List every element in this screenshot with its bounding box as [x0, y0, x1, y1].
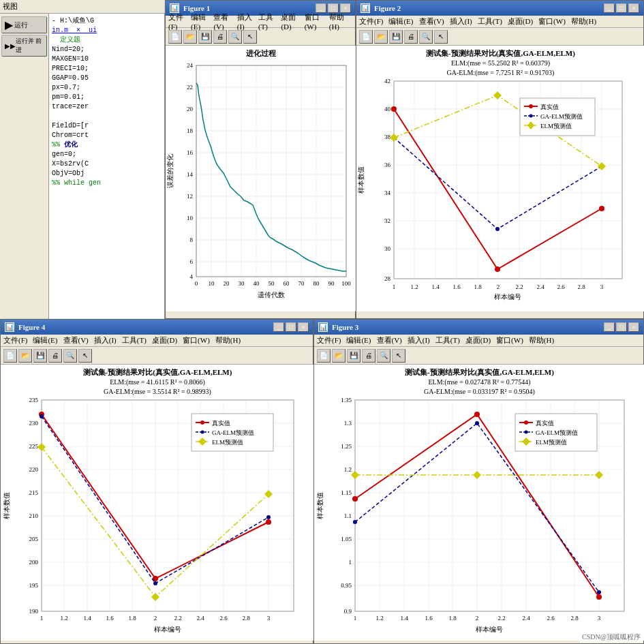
fig2-menu-help[interactable]: 帮助(H) — [571, 16, 596, 27]
fig4-menu-tools[interactable]: 工具(T) — [122, 335, 147, 346]
fig2-tb-cursor[interactable]: ↖ — [434, 30, 448, 44]
figure2-toolbar: 📄 📂 💾 🖨 🔍 ↖ — [356, 28, 643, 46]
svg-text:225: 225 — [29, 443, 39, 450]
fig1-menu-insert[interactable]: 插入(I) — [237, 12, 253, 31]
figure2-maximize[interactable]: □ — [616, 3, 627, 13]
svg-text:样本编号: 样本编号 — [154, 626, 181, 633]
fig2-menu-insert[interactable]: 插入(I) — [450, 16, 472, 27]
figure2-close[interactable]: × — [628, 3, 639, 13]
figure4-maximize[interactable]: □ — [286, 322, 296, 332]
fig3-tb-save[interactable]: 💾 — [347, 349, 361, 363]
figure3-close[interactable]: × — [628, 322, 639, 332]
fig2-menu-window[interactable]: 窗口(W) — [538, 16, 566, 27]
fig4-tb-save[interactable]: 💾 — [33, 349, 47, 363]
svg-text:230: 230 — [29, 420, 39, 427]
svg-text:2.2: 2.2 — [497, 615, 505, 622]
fig3-tb-cursor[interactable]: ↖ — [392, 349, 405, 363]
svg-text:1.4: 1.4 — [83, 615, 91, 622]
fig4-menu-desktop[interactable]: 桌面(D) — [152, 335, 177, 346]
fig3-menu-edit[interactable]: 编辑(E) — [346, 335, 371, 346]
svg-text:10: 10 — [209, 280, 215, 287]
fig3-menu-desktop[interactable]: 桌面(D) — [465, 335, 491, 346]
svg-text:GA-ELM预测值: GA-ELM预测值 — [540, 113, 583, 120]
svg-text:220: 220 — [29, 466, 39, 473]
fig3-menu-help[interactable]: 帮助(H) — [529, 335, 554, 346]
figure1-close[interactable]: × — [340, 3, 351, 13]
fig3-menu-tools[interactable]: 工具(T) — [435, 335, 460, 346]
fig2-tb-save[interactable]: 💾 — [389, 30, 403, 44]
fig3-tb-zoom[interactable]: 🔍 — [377, 349, 390, 363]
code-tab[interactable]: in.m × ui — [52, 26, 162, 35]
fig2-menu-edit[interactable]: 编辑(E) — [388, 16, 413, 27]
fig3-menu-insert[interactable]: 插入(I) — [408, 335, 430, 346]
svg-point-90 — [495, 266, 500, 272]
figure1-maximize[interactable]: □ — [328, 3, 339, 13]
fig1-menu-help[interactable]: 帮助(H) — [329, 12, 347, 31]
figure4-plot: 测试集-预测结果对比(真实值,GA-ELM,ELM) ELM:(mse = 41… — [1, 365, 314, 641]
figure1-minimize[interactable]: _ — [316, 3, 326, 13]
ide-menu-view[interactable]: 视图 — [3, 1, 18, 12]
fig1-tb-zoom[interactable]: 🔍 — [228, 30, 242, 44]
svg-text:2.8: 2.8 — [242, 615, 250, 622]
svg-text:6: 6 — [190, 258, 194, 265]
fig3-menu-file[interactable]: 文件(F) — [317, 335, 341, 346]
fig2-tb-print[interactable]: 🖨 — [404, 30, 418, 44]
fig4-menu-edit[interactable]: 编辑(E) — [33, 335, 57, 346]
fig1-tb-cursor[interactable]: ↖ — [243, 30, 257, 44]
fig3-menu-window[interactable]: 窗口(W) — [496, 335, 523, 346]
fig3-menu-view[interactable]: 查看(V) — [377, 335, 402, 346]
svg-marker-227 — [595, 471, 603, 479]
fig2-menu-view[interactable]: 查看(V) — [419, 16, 444, 27]
figure2-minimize[interactable]: _ — [604, 3, 615, 13]
fig1-menu-desktop[interactable]: 桌面(D) — [281, 12, 298, 31]
svg-marker-162 — [264, 490, 273, 498]
svg-text:2: 2 — [154, 615, 157, 622]
fig4-menu-help[interactable]: 帮助(H) — [215, 335, 241, 346]
figure3-minimize[interactable]: _ — [604, 322, 615, 332]
code-path: - H:\咸鱼\G — [52, 16, 162, 26]
fig2-menu-file[interactable]: 文件(F) — [359, 16, 383, 27]
fig3-tb-new[interactable]: 📄 — [317, 349, 331, 363]
fig4-tb-print[interactable]: 🖨 — [48, 349, 62, 363]
fig2-tb-open[interactable]: 📂 — [374, 30, 388, 44]
fig4-menu-window[interactable]: 窗口(W) — [183, 335, 210, 346]
svg-point-221 — [596, 594, 602, 600]
fig4-menu-insert[interactable]: 插入(I) — [94, 335, 117, 346]
fig4-tb-zoom[interactable]: 🔍 — [63, 349, 77, 363]
fig2-menu-tools[interactable]: 工具(T) — [478, 16, 502, 27]
fig1-tb-save[interactable]: 💾 — [198, 30, 212, 44]
fig1-tb-print[interactable]: 🖨 — [213, 30, 227, 44]
figure4-close[interactable]: × — [298, 322, 309, 332]
fig1-tb-new[interactable]: 📄 — [168, 30, 182, 44]
fig2-menu-desktop[interactable]: 桌面(D) — [508, 16, 533, 27]
svg-marker-160 — [37, 443, 46, 451]
fig2-tb-zoom[interactable]: 🔍 — [419, 30, 433, 44]
svg-text:20: 20 — [224, 280, 230, 287]
code-x: X=bs2rv(C — [52, 159, 162, 169]
fig4-tb-open[interactable]: 📂 — [18, 349, 32, 363]
fig3-tb-print[interactable]: 🖨 — [362, 349, 375, 363]
fig4-menu-view[interactable]: 查看(V) — [63, 335, 89, 346]
fig1-tb-open[interactable]: 📂 — [183, 30, 197, 44]
fig2-tb-new[interactable]: 📄 — [359, 30, 373, 44]
figure3-win-buttons: _ □ × — [604, 322, 639, 332]
fig1-menu-edit[interactable]: 编辑(E) — [191, 12, 208, 31]
fig4-tb-cursor[interactable]: ↖ — [78, 349, 92, 363]
figure3-window: 📊 Figure 3 _ □ × 文件(F) 编辑(E) 查看(V) 插入(I)… — [313, 319, 644, 644]
figure4-menubar: 文件(F) 编辑(E) 查看(V) 插入(I) 工具(T) 桌面(D) 窗口(W… — [1, 335, 313, 347]
fig4-tb-new[interactable]: 📄 — [3, 349, 17, 363]
fig3-tb-open[interactable]: 📂 — [332, 349, 346, 363]
svg-text:60: 60 — [283, 280, 290, 287]
svg-point-100 — [529, 104, 533, 108]
run-continue-button[interactable]: ▶▶ 运行并 前进 — [1, 35, 47, 57]
figure1-window: 📊 Figure 1 _ □ × 文件(F) 编辑(E) 查看(V) 插入(I)… — [165, 0, 356, 319]
run-button[interactable]: ▶ 运行 — [1, 16, 47, 33]
figure3-maximize[interactable]: □ — [616, 322, 627, 332]
svg-text:8: 8 — [190, 236, 194, 243]
fig1-menu-view[interactable]: 查看(V) — [213, 12, 231, 31]
fig1-menu-window[interactable]: 窗口(W) — [305, 12, 324, 31]
figure4-minimize[interactable]: _ — [273, 322, 284, 332]
fig1-menu-tools[interactable]: 工具(T) — [258, 12, 275, 31]
fig1-menu-file[interactable]: 文件(F) — [168, 12, 185, 31]
fig4-menu-file[interactable]: 文件(F) — [3, 335, 27, 346]
